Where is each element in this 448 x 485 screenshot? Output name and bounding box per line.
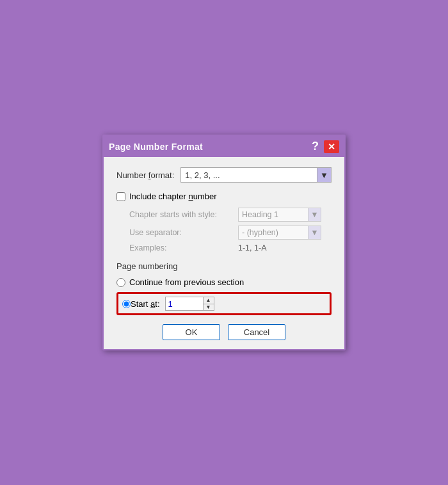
buttons-row: OK Cancel — [116, 324, 332, 340]
continue-label: Continue from previous section — [129, 277, 244, 287]
spinner-up-button[interactable]: ▲ — [204, 297, 214, 304]
start-at-highlight-box: Start at: 1 ▲ ▼ — [116, 292, 332, 315]
number-format-row: Number format: 1, 2, 3, ... ▼ — [116, 167, 332, 183]
title-bar: Page Number Format ? ✕ — [104, 136, 344, 157]
start-at-input-wrap: 1 ▲ ▼ — [165, 297, 214, 311]
examples-value: 1-1, 1-A — [238, 243, 266, 252]
include-chapter-row: Include chapter number — [116, 192, 332, 201]
cancel-button[interactable]: Cancel — [228, 324, 285, 340]
examples-row: Examples: 1-1, 1-A — [129, 243, 332, 252]
number-format-select[interactable]: 1, 2, 3, ... ▼ — [180, 167, 332, 183]
separator-select[interactable]: - (hyphen) ▼ — [238, 226, 321, 240]
ok-button[interactable]: OK — [163, 324, 220, 340]
start-at-input[interactable]: 1 — [165, 297, 204, 311]
separator-label: Use separator: — [129, 228, 238, 237]
continue-radio[interactable] — [116, 278, 125, 287]
page-numbering-title: Page numbering — [116, 261, 332, 271]
close-button[interactable]: ✕ — [324, 140, 339, 153]
start-at-label: Start at: — [131, 299, 160, 309]
dialog-body: Number format: 1, 2, 3, ... ▼ Include ch… — [104, 157, 344, 349]
dialog-window: Page Number Format ? ✕ Number format: 1,… — [102, 135, 346, 350]
include-chapter-label: Include chapter number — [129, 192, 217, 201]
separator-arrow[interactable]: ▼ — [308, 226, 321, 239]
number-format-value: 1, 2, 3, ... — [181, 170, 317, 180]
chapter-starts-select[interactable]: Heading 1 ▼ — [238, 208, 321, 222]
separator-row: Use separator: - (hyphen) ▼ — [129, 226, 332, 240]
spinner-down-button[interactable]: ▼ — [204, 304, 214, 311]
examples-label: Examples: — [129, 243, 238, 252]
start-at-radio[interactable] — [122, 300, 131, 308]
help-icon[interactable]: ? — [312, 140, 319, 153]
chapter-starts-row: Chapter starts with style: Heading 1 ▼ — [129, 208, 332, 222]
separator-value: - (hyphen) — [239, 228, 308, 237]
number-format-label: Number format: — [116, 170, 174, 180]
chapter-options: Chapter starts with style: Heading 1 ▼ U… — [129, 208, 332, 252]
dialog-outer: Page Number Format ? ✕ Number format: 1,… — [97, 129, 351, 356]
number-format-dropdown-arrow[interactable]: ▼ — [317, 168, 331, 182]
include-chapter-checkbox[interactable] — [116, 192, 125, 201]
chapter-starts-arrow[interactable]: ▼ — [308, 208, 321, 221]
page-numbering-section: Page numbering Continue from previous se… — [116, 261, 332, 315]
chapter-starts-label: Chapter starts with style: — [129, 210, 238, 219]
dialog-title: Page Number Format — [109, 142, 312, 152]
chapter-starts-value: Heading 1 — [239, 210, 308, 219]
start-at-spinner: ▲ ▼ — [204, 297, 214, 311]
continue-radio-row: Continue from previous section — [116, 276, 332, 288]
